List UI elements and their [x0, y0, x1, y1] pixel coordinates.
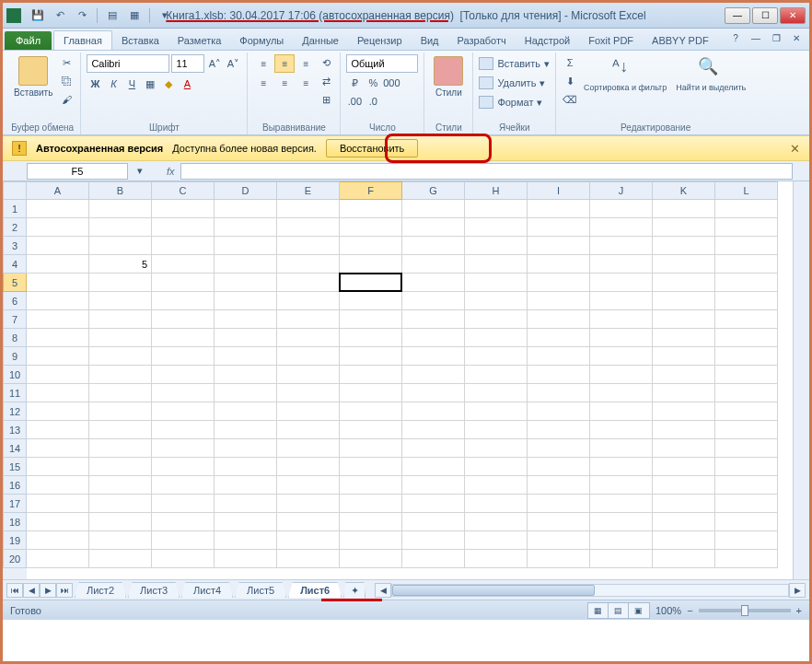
- cell[interactable]: [590, 200, 653, 218]
- cell[interactable]: [340, 513, 402, 531]
- cell[interactable]: [340, 329, 402, 347]
- cell[interactable]: [653, 292, 715, 310]
- cell[interactable]: [528, 200, 590, 218]
- cell[interactable]: [402, 200, 465, 218]
- row-header[interactable]: 12: [3, 402, 27, 421]
- cell[interactable]: [27, 366, 89, 384]
- cell[interactable]: [340, 421, 402, 439]
- cell[interactable]: [215, 366, 277, 384]
- cell[interactable]: [590, 550, 653, 568]
- cell[interactable]: [653, 458, 715, 476]
- zoom-out-icon[interactable]: −: [687, 605, 692, 616]
- cell[interactable]: [27, 310, 89, 329]
- cell[interactable]: [715, 255, 778, 274]
- cell[interactable]: [590, 237, 653, 255]
- cell[interactable]: [152, 366, 215, 384]
- cell[interactable]: [465, 421, 528, 439]
- cell[interactable]: [277, 402, 340, 421]
- cell[interactable]: [340, 310, 402, 329]
- cell[interactable]: [715, 495, 778, 513]
- cell[interactable]: [528, 329, 590, 347]
- cell[interactable]: [653, 531, 715, 550]
- cell[interactable]: [152, 531, 215, 550]
- paste-button[interactable]: Вставить: [10, 54, 56, 99]
- cell[interactable]: [402, 310, 465, 329]
- cell[interactable]: [215, 292, 277, 310]
- fill-icon[interactable]: ⬇: [562, 73, 578, 89]
- cell[interactable]: [215, 237, 277, 255]
- cell[interactable]: [715, 366, 778, 384]
- cell[interactable]: [152, 329, 215, 347]
- hscroll-thumb[interactable]: [392, 585, 595, 596]
- cell[interactable]: [715, 476, 778, 495]
- cell[interactable]: [590, 366, 653, 384]
- border-icon[interactable]: ▦: [142, 76, 158, 92]
- column-header[interactable]: I: [528, 181, 590, 200]
- cell[interactable]: [277, 218, 340, 237]
- decrease-font-icon[interactable]: A˅: [225, 55, 241, 72]
- row-header[interactable]: 8: [3, 329, 27, 347]
- tab-data[interactable]: Данные: [293, 31, 348, 50]
- cell[interactable]: [152, 310, 215, 329]
- cell[interactable]: [653, 218, 715, 237]
- sheet-tab[interactable]: Лист2: [75, 582, 126, 598]
- column-header[interactable]: H: [465, 181, 528, 200]
- cell[interactable]: [27, 384, 89, 402]
- cell[interactable]: [465, 237, 528, 255]
- cell[interactable]: [215, 439, 277, 458]
- cell[interactable]: [27, 402, 89, 421]
- merge-icon[interactable]: ⊞: [318, 91, 334, 108]
- cell[interactable]: [590, 255, 653, 274]
- cell[interactable]: [152, 550, 215, 568]
- cell[interactable]: [152, 255, 215, 274]
- sheet-nav-next-icon[interactable]: ▶: [40, 583, 56, 598]
- cell[interactable]: [277, 550, 340, 568]
- cell[interactable]: [89, 292, 152, 310]
- qat-btn-1[interactable]: ▤: [103, 6, 122, 25]
- align-top-icon[interactable]: ≡: [253, 54, 273, 73]
- format-painter-icon[interactable]: 🖌: [58, 91, 75, 108]
- cell[interactable]: [715, 329, 778, 347]
- fill-color-icon[interactable]: ◆: [160, 76, 177, 92]
- cell[interactable]: [277, 329, 340, 347]
- cell[interactable]: [89, 402, 152, 421]
- cell[interactable]: [590, 513, 653, 531]
- row-header[interactable]: 14: [3, 439, 27, 458]
- infobar-close-icon[interactable]: ✕: [790, 142, 800, 156]
- cell[interactable]: [528, 513, 590, 531]
- cell[interactable]: [27, 513, 89, 531]
- cell[interactable]: [27, 421, 89, 439]
- cell[interactable]: [215, 402, 277, 421]
- cell[interactable]: [653, 366, 715, 384]
- cell[interactable]: [465, 439, 528, 458]
- sheet-tab[interactable]: Лист4: [181, 582, 233, 598]
- cell[interactable]: [340, 218, 402, 237]
- cell[interactable]: [89, 218, 152, 237]
- formula-input[interactable]: [180, 163, 793, 180]
- zoom-slider[interactable]: [699, 609, 791, 612]
- row-header[interactable]: 11: [3, 384, 27, 402]
- cell[interactable]: [590, 274, 653, 292]
- cell[interactable]: [653, 200, 715, 218]
- cell[interactable]: [277, 292, 340, 310]
- row-header[interactable]: 3: [3, 237, 27, 255]
- cell[interactable]: [402, 476, 465, 495]
- cell[interactable]: [277, 439, 340, 458]
- close-button[interactable]: ✕: [780, 7, 806, 24]
- row-header[interactable]: 19: [3, 531, 27, 550]
- namebox-dropdown-icon[interactable]: ▾: [132, 163, 148, 180]
- cell[interactable]: [653, 274, 715, 292]
- cell[interactable]: [215, 550, 277, 568]
- align-middle-icon[interactable]: ≡: [274, 54, 295, 73]
- cell[interactable]: [27, 476, 89, 495]
- cell[interactable]: [715, 237, 778, 255]
- zoom-in-icon[interactable]: +: [796, 605, 802, 616]
- cell[interactable]: [277, 310, 340, 329]
- cell[interactable]: [340, 458, 402, 476]
- cell[interactable]: [27, 439, 89, 458]
- page-break-view-icon[interactable]: ▣: [629, 603, 649, 618]
- row-header[interactable]: 18: [3, 513, 27, 531]
- cell[interactable]: [215, 458, 277, 476]
- cell[interactable]: [528, 347, 590, 366]
- cell[interactable]: [152, 458, 215, 476]
